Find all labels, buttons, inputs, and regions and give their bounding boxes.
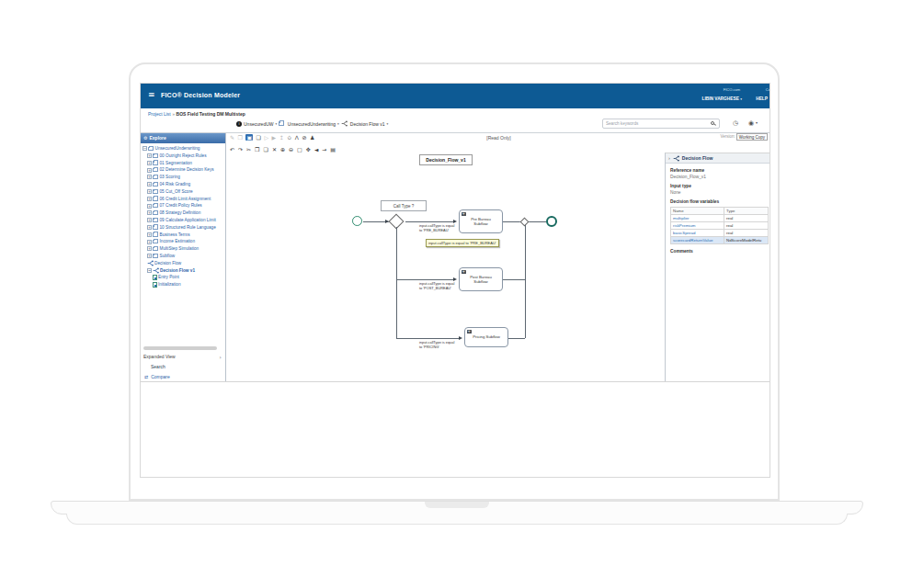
tree-item[interactable]: 01 Segmentation [141,160,225,167]
tree-item[interactable]: 08 Strategy Definition [141,209,225,217]
help-menu-icon[interactable]: ◉ [748,119,754,128]
zoom-in-icon[interactable]: ⊕ [280,146,285,153]
start-event-node[interactable] [352,216,362,226]
table-row[interactable]: riskPremiumreal [671,222,769,230]
expand-icon[interactable] [147,168,152,173]
breadcrumb-project-list[interactable]: Project List [148,111,171,117]
help-link[interactable]: HELP [756,96,768,101]
tree-item[interactable]: Income Estimation [141,238,225,245]
validate-icon[interactable]: ❏ [256,134,261,141]
paste-icon[interactable]: ❏ [263,146,268,153]
tree-item-decision-flow-v1[interactable]: Decision Flow v1 [141,267,225,275]
cut-icon[interactable]: ✂ [246,146,251,153]
sidebar-compare-button[interactable]: ⇄Compare [141,374,225,379]
version-selector[interactable]: Version:Working Copy [721,134,768,139]
fit-view-icon[interactable]: ▢ [297,146,302,153]
end-event-node[interactable] [546,216,557,227]
table-row[interactable]: basicSpreadreal [671,230,769,237]
expand-icon[interactable] [147,232,152,237]
copy-icon[interactable]: ❐ [238,134,243,141]
tree-item[interactable]: Business Terms [141,232,225,239]
tree-item-decision-flow[interactable]: Decision Flow [141,260,225,267]
explore-header[interactable]: ⚙Explore [141,133,225,143]
expand-icon[interactable] [147,182,152,187]
menu-icon[interactable]: ≡ [148,91,155,99]
chevron-down-icon[interactable]: ▾ [337,122,339,126]
sidebar-search-button[interactable]: Search [141,364,225,369]
expand-icon[interactable] [147,161,152,165]
tree-item[interactable]: Subflow [141,253,225,260]
deploy-icon[interactable]: ↥ [279,134,284,141]
user-action-icon[interactable]: ♟ [310,134,314,141]
link-fico-com[interactable]: FICO.com [724,87,740,92]
delete-icon[interactable]: ✕ [272,146,277,153]
gateway-label-box[interactable]: Call Type ? [381,200,427,211]
history-icon[interactable]: ◷ [733,119,738,128]
expand-icon[interactable] [147,225,152,230]
tree-item-initialization[interactable]: Initialization [141,281,225,288]
chevron-down-icon[interactable]: ▾ [387,122,389,126]
column-header-type[interactable]: Type [724,208,769,215]
table-row[interactable]: multiplierreal [671,215,769,222]
subflow-node-pre-bureau[interactable]: + Pre Bureau Subflow [459,209,503,233]
favorite-icon[interactable]: ✩ [287,134,291,141]
search-input[interactable] [602,119,720,129]
tree-item[interactable]: 04 Risk Grading [141,181,225,188]
search-icon[interactable] [711,121,714,125]
tree-item[interactable]: 09 Calculate Application Limit [141,217,225,224]
horizontal-scrollbar[interactable] [143,346,217,350]
expanded-view-button[interactable]: Expanded View› [141,354,225,359]
nav-back-icon[interactable]: ◄ [314,146,319,153]
collapse-panel-icon[interactable]: › [668,155,670,161]
analyze-icon[interactable]: Ʌ [295,134,299,141]
save-icon[interactable]: ▣ [245,134,253,141]
tree-item[interactable]: 02 Determine Decision Keys [141,166,225,174]
tree-item[interactable]: 05 Cut_Off Score [141,188,225,196]
context-folder[interactable]: UnsecuredUnderwriting [288,121,336,127]
expand-icon[interactable] [147,153,152,158]
copy-icon[interactable]: ❐ [255,146,259,153]
column-header-name[interactable]: Name [671,208,724,215]
collapse-icon[interactable] [147,268,152,273]
flow-title-box[interactable]: Decision_Flow_v1 [419,154,473,165]
print-icon[interactable]: ▤ [330,146,336,153]
expand-icon[interactable] [147,240,152,244]
disable-icon[interactable]: ⊘ [302,134,306,141]
nav-forward-icon[interactable]: → [322,146,326,153]
test-icon[interactable]: ▶ [272,134,277,141]
context-item[interactable]: Decision Flow v1 [350,121,385,127]
zoom-out-icon[interactable]: ⊖ [289,146,293,153]
context-project[interactable]: UnsecuredUW [244,121,274,127]
tree-item[interactable]: 10 Structured Rule Language [141,224,225,232]
expand-icon[interactable]: ✥ [306,146,311,153]
expand-icon[interactable] [147,204,152,209]
expand-icon[interactable] [147,218,152,222]
expand-icon[interactable] [147,254,152,258]
undo-icon[interactable]: ↶ [230,146,234,153]
expand-icon[interactable] [147,175,152,179]
collapse-icon[interactable] [142,146,147,151]
table-row-selected[interactable]: scorecardReturnValueNdScoreModelRetu [671,237,769,244]
expand-icon[interactable] [147,197,152,201]
run-icon[interactable]: ▷ [264,134,268,141]
tree-item[interactable]: 07 Credit Policy Rules [141,202,225,209]
tree-item-entry-point[interactable]: Entry Point [141,274,225,281]
subflow-node-pricing[interactable]: + Pricing Subflow [464,327,508,347]
tree-item-root[interactable]: UnsecuredUnderwriting [141,145,225,153]
expand-icon[interactable] [147,210,152,215]
tree-item[interactable]: MultiStep Simulation [141,245,225,253]
chevron-down-icon[interactable]: ▾ [276,122,278,126]
link-community[interactable]: Community [766,87,770,92]
user-menu[interactable]: LIBIN VARGHESE ▾ [701,96,742,101]
edit-icon[interactable]: ✎ [230,134,234,141]
expand-icon[interactable] [147,189,152,194]
subflow-node-post-bureau[interactable]: + Post Bureau Subflow [459,267,503,291]
tree-item[interactable]: 00 Outright Reject Rules [141,153,225,160]
tree-item[interactable]: 06 Credit Limit Assignment [141,196,225,203]
panel-header[interactable]: › Decision Flow [666,153,770,164]
chevron-down-icon[interactable]: ▾ [756,119,758,128]
reference-name-label: Reference name [670,168,767,173]
expand-icon[interactable] [147,246,152,251]
redo-icon[interactable]: ↷ [238,146,243,153]
tree-item[interactable]: 03 Scoring [141,174,225,181]
